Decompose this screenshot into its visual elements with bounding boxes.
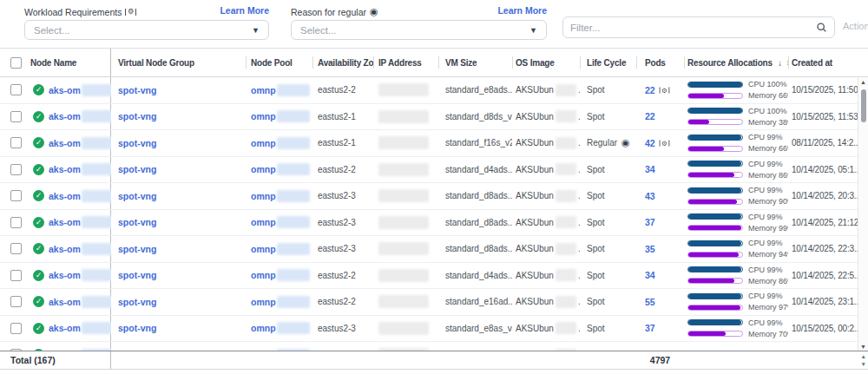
- reason-for-regular-label: Reason for regular: [291, 7, 366, 17]
- redacted-node-name: [82, 296, 111, 308]
- column-header-pods[interactable]: Pods: [636, 49, 684, 76]
- row-checkbox[interactable]: [10, 323, 22, 334]
- virtual-node-group-link[interactable]: spot-vng: [118, 191, 156, 201]
- pods-count-link[interactable]: 22: [645, 85, 655, 95]
- row-checkbox[interactable]: [10, 137, 22, 148]
- cell-pods: 44: [636, 342, 684, 351]
- pods-count-link[interactable]: 37: [645, 323, 655, 333]
- virtual-node-group-link[interactable]: spot-vng: [118, 323, 156, 333]
- column-divider: [788, 56, 789, 69]
- virtual-node-group-link[interactable]: spot-vng: [118, 164, 156, 174]
- select-all-checkbox[interactable]: [10, 57, 22, 69]
- cell-pods: 34: [636, 157, 684, 183]
- pods-count-link[interactable]: 37: [645, 217, 655, 227]
- availability-zone-value: eastus2-2: [318, 165, 356, 174]
- footer-scroll-arrows[interactable]: ▲▼: [861, 352, 866, 368]
- column-header-ip-address[interactable]: IP Address: [373, 49, 438, 76]
- node-pool-link[interactable]: omnp: [251, 217, 276, 227]
- row-checkbox[interactable]: [10, 270, 22, 281]
- row-checkbox[interactable]: [10, 84, 22, 95]
- node-pool-link[interactable]: omnp: [251, 111, 276, 121]
- row-checkbox[interactable]: [10, 217, 22, 228]
- pods-count-link[interactable]: 42: [645, 138, 655, 148]
- virtual-node-group-link[interactable]: spot-vng: [118, 85, 156, 95]
- node-pool-link[interactable]: omnp: [251, 297, 276, 307]
- cell-availability-zone: eastus2-2: [312, 157, 373, 183]
- virtual-node-group-link[interactable]: spot-vng: [118, 270, 156, 280]
- node-pool-link[interactable]: omnp: [251, 191, 276, 201]
- pods-count-link[interactable]: 55: [645, 297, 655, 307]
- node-pool-link[interactable]: omnp: [251, 323, 276, 333]
- cell-created-at: 10/15/2025, 01:11...: [788, 342, 858, 351]
- column-header-node-name[interactable]: Node Name: [30, 49, 111, 76]
- virtual-node-group-link[interactable]: spot-vng: [118, 297, 156, 307]
- node-pool-link[interactable]: omnp: [251, 85, 276, 95]
- pods-count-link[interactable]: 35: [645, 244, 655, 254]
- virtual-node-group-link[interactable]: spot-vng: [118, 138, 156, 148]
- node-name-link[interactable]: aks-om: [49, 297, 81, 307]
- cell-resource-allocations: CPU 99%: [684, 342, 788, 351]
- scrollbar-thumb[interactable]: [861, 89, 866, 122]
- pods-count-link[interactable]: 22: [645, 111, 655, 121]
- workload-requirements-group: Workload Requirements ⚙ Learn More Selec…: [24, 5, 269, 40]
- learn-more-link[interactable]: Learn More: [220, 5, 269, 16]
- node-name-link[interactable]: aks-om: [49, 138, 81, 148]
- row-checkbox[interactable]: [10, 111, 22, 122]
- actions-button[interactable]: Actions: [843, 21, 868, 31]
- column-header-os-image[interactable]: OS Image: [512, 49, 580, 76]
- column-header-resource-allocations[interactable]: Resource Allocations↓≡: [684, 49, 788, 76]
- cell-node-name: ✓aks-om: [30, 316, 111, 342]
- sort-descending-icon[interactable]: ↓: [778, 58, 782, 68]
- pods-count-link[interactable]: 34: [645, 270, 655, 280]
- node-name-link[interactable]: aks-om: [49, 244, 81, 254]
- column-divider: [636, 56, 637, 69]
- life-cycle-value: Spot: [587, 244, 605, 253]
- virtual-node-group-link[interactable]: spot-vng: [118, 244, 156, 254]
- node-name-link[interactable]: aks-om: [49, 164, 81, 174]
- scroll-up-icon[interactable]: ▲: [858, 79, 868, 85]
- pods-count-link[interactable]: 34: [645, 164, 655, 174]
- workload-requirements-select[interactable]: Select... ▼: [24, 20, 269, 40]
- virtual-node-group-link[interactable]: spot-vng: [118, 111, 156, 121]
- column-header-availability-zone[interactable]: Availability Zone: [312, 49, 373, 76]
- scroll-down-icon[interactable]: ▼: [858, 344, 868, 350]
- node-pool-link[interactable]: omnp: [251, 244, 276, 254]
- row-checkbox[interactable]: [10, 190, 22, 201]
- cell-node-pool: omnp: [246, 183, 312, 209]
- node-pool-link[interactable]: omnp: [251, 138, 276, 148]
- table-row: ✓aks-omspot-vngomnpeastus2-1standard_d8d…: [0, 104, 868, 131]
- node-name-link[interactable]: aks-om: [49, 85, 81, 95]
- vertical-scrollbar[interactable]: ▲ ▼: [858, 78, 868, 351]
- node-healthy-icon: ✓: [33, 217, 44, 228]
- column-header-created-at[interactable]: Created at: [788, 49, 858, 76]
- node-pool-link[interactable]: omnp: [251, 270, 276, 280]
- node-name-link[interactable]: aks-om: [49, 270, 81, 280]
- memory-usage-bar: [687, 172, 743, 178]
- node-name-link[interactable]: aks-om: [49, 323, 81, 333]
- reason-for-regular-select[interactable]: Select... ▼: [291, 20, 547, 40]
- column-header-vm-size[interactable]: VM Size: [438, 49, 512, 76]
- column-header-node-pool[interactable]: Node Pool: [246, 49, 312, 76]
- virtual-node-group-link[interactable]: spot-vng: [118, 217, 156, 227]
- pods-count-link[interactable]: 43: [645, 191, 655, 201]
- node-name-link[interactable]: aks-om: [49, 111, 81, 121]
- filter-input[interactable]: [570, 23, 816, 33]
- column-header-virtual-node-group[interactable]: Virtual Node Group: [111, 49, 246, 76]
- node-pool-link[interactable]: omnp: [251, 164, 276, 174]
- ocean-controlled-icon: ⚙: [659, 87, 668, 94]
- cell-availability-zone: eastus2-2: [312, 77, 373, 103]
- node-name-link[interactable]: aks-om: [49, 217, 81, 227]
- cpu-usage-bar: [687, 108, 743, 114]
- node-name-link[interactable]: aks-om: [49, 191, 81, 201]
- redacted-node-pool: [277, 296, 310, 308]
- learn-more-link[interactable]: Learn More: [497, 5, 547, 16]
- cell-resource-allocations: CPU 99%Memory 99%: [684, 210, 788, 236]
- cell-pods: 22: [636, 104, 684, 130]
- column-header-life-cycle[interactable]: Life Cycle: [580, 49, 636, 76]
- row-checkbox[interactable]: [10, 164, 22, 175]
- os-image-value: AKSUbun: [516, 271, 554, 280]
- node-healthy-icon: ✓: [33, 270, 44, 281]
- cell-virtual-node-group: spot-vng: [111, 130, 246, 156]
- row-checkbox[interactable]: [10, 296, 22, 307]
- row-checkbox[interactable]: [10, 243, 22, 254]
